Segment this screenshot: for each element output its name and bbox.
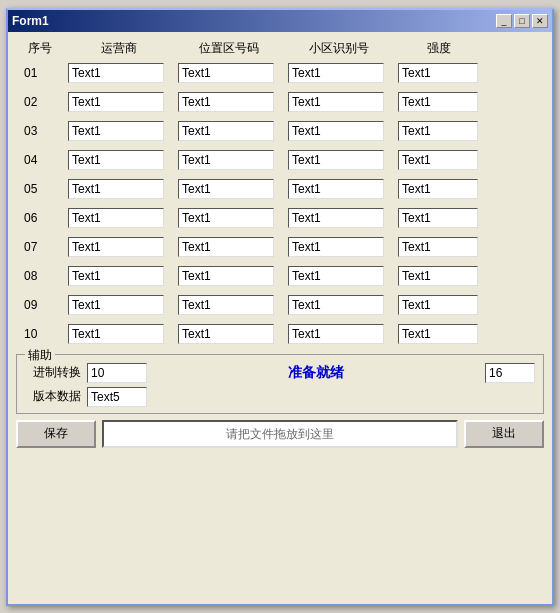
location-input[interactable] bbox=[178, 324, 274, 344]
row-num: 06 bbox=[16, 211, 64, 225]
location-input[interactable] bbox=[178, 266, 274, 286]
row-num: 10 bbox=[16, 327, 64, 341]
main-window: Form1 _ □ ✕ 序号 运营商 位置区号码 小区识别号 强度 01 02 … bbox=[6, 8, 554, 606]
location-input[interactable] bbox=[178, 150, 274, 170]
base-right-input[interactable] bbox=[485, 363, 535, 383]
location-input[interactable] bbox=[178, 208, 274, 228]
location-input[interactable] bbox=[178, 121, 274, 141]
bottom-bar: 保存 请把文件拖放到这里 退出 bbox=[16, 420, 544, 448]
status-text: 准备就绪 bbox=[153, 364, 479, 382]
table-row: 03 bbox=[16, 117, 544, 145]
table-row: 05 bbox=[16, 175, 544, 203]
auxiliary-label: 辅助 bbox=[25, 347, 55, 364]
strength-input[interactable] bbox=[398, 150, 478, 170]
base-input[interactable] bbox=[87, 363, 147, 383]
location-input[interactable] bbox=[178, 63, 274, 83]
strength-input[interactable] bbox=[398, 266, 478, 286]
exit-button[interactable]: 退出 bbox=[464, 420, 544, 448]
table-row: 10 bbox=[16, 320, 544, 348]
version-row: 版本数据 bbox=[25, 387, 535, 407]
strength-input[interactable] bbox=[398, 237, 478, 257]
data-rows: 01 02 03 04 05 06 07 bbox=[16, 59, 544, 348]
strength-input[interactable] bbox=[398, 208, 478, 228]
table-row: 04 bbox=[16, 146, 544, 174]
location-input[interactable] bbox=[178, 179, 274, 199]
strength-input[interactable] bbox=[398, 295, 478, 315]
content-area: 序号 运营商 位置区号码 小区识别号 强度 01 02 03 04 05 bbox=[8, 32, 552, 604]
table-row: 07 bbox=[16, 233, 544, 261]
header-location: 位置区号码 bbox=[174, 40, 284, 57]
strength-input[interactable] bbox=[398, 121, 478, 141]
auxiliary-box: 辅助 进制转换 准备就绪 版本数据 bbox=[16, 354, 544, 414]
operator-input[interactable] bbox=[68, 63, 164, 83]
save-button[interactable]: 保存 bbox=[16, 420, 96, 448]
operator-input[interactable] bbox=[68, 208, 164, 228]
table-row: 01 bbox=[16, 59, 544, 87]
location-input[interactable] bbox=[178, 92, 274, 112]
strength-input[interactable] bbox=[398, 92, 478, 112]
cell-input[interactable] bbox=[288, 63, 384, 83]
table-row: 09 bbox=[16, 291, 544, 319]
cell-input[interactable] bbox=[288, 150, 384, 170]
cell-input[interactable] bbox=[288, 92, 384, 112]
header-operator: 运营商 bbox=[64, 40, 174, 57]
close-button[interactable]: ✕ bbox=[532, 14, 548, 28]
minimize-button[interactable]: _ bbox=[496, 14, 512, 28]
cell-input[interactable] bbox=[288, 179, 384, 199]
strength-input[interactable] bbox=[398, 179, 478, 199]
operator-input[interactable] bbox=[68, 237, 164, 257]
table-header: 序号 运营商 位置区号码 小区识别号 强度 bbox=[16, 40, 544, 57]
cell-input[interactable] bbox=[288, 121, 384, 141]
header-cell: 小区识别号 bbox=[284, 40, 394, 57]
maximize-button[interactable]: □ bbox=[514, 14, 530, 28]
row-num: 01 bbox=[16, 66, 64, 80]
table-row: 08 bbox=[16, 262, 544, 290]
operator-input[interactable] bbox=[68, 295, 164, 315]
header-seq: 序号 bbox=[16, 40, 64, 57]
row-num: 07 bbox=[16, 240, 64, 254]
row-num: 05 bbox=[16, 182, 64, 196]
operator-input[interactable] bbox=[68, 266, 164, 286]
operator-input[interactable] bbox=[68, 150, 164, 170]
operator-input[interactable] bbox=[68, 121, 164, 141]
version-input[interactable] bbox=[87, 387, 147, 407]
title-bar-buttons: _ □ ✕ bbox=[496, 14, 548, 28]
drop-zone[interactable]: 请把文件拖放到这里 bbox=[102, 420, 458, 448]
table-row: 02 bbox=[16, 88, 544, 116]
row-num: 02 bbox=[16, 95, 64, 109]
title-bar: Form1 _ □ ✕ bbox=[8, 10, 552, 32]
location-input[interactable] bbox=[178, 237, 274, 257]
cell-input[interactable] bbox=[288, 266, 384, 286]
row-num: 09 bbox=[16, 298, 64, 312]
cell-input[interactable] bbox=[288, 324, 384, 344]
row-num: 08 bbox=[16, 269, 64, 283]
base-label: 进制转换 bbox=[25, 364, 81, 381]
cell-input[interactable] bbox=[288, 237, 384, 257]
base-conversion-row: 进制转换 准备就绪 bbox=[25, 363, 535, 383]
header-strength: 强度 bbox=[394, 40, 484, 57]
row-num: 03 bbox=[16, 124, 64, 138]
location-input[interactable] bbox=[178, 295, 274, 315]
version-label: 版本数据 bbox=[25, 388, 81, 405]
window-title: Form1 bbox=[12, 14, 49, 28]
strength-input[interactable] bbox=[398, 324, 478, 344]
table-row: 06 bbox=[16, 204, 544, 232]
cell-input[interactable] bbox=[288, 208, 384, 228]
operator-input[interactable] bbox=[68, 324, 164, 344]
row-num: 04 bbox=[16, 153, 64, 167]
operator-input[interactable] bbox=[68, 179, 164, 199]
strength-input[interactable] bbox=[398, 63, 478, 83]
cell-input[interactable] bbox=[288, 295, 384, 315]
operator-input[interactable] bbox=[68, 92, 164, 112]
